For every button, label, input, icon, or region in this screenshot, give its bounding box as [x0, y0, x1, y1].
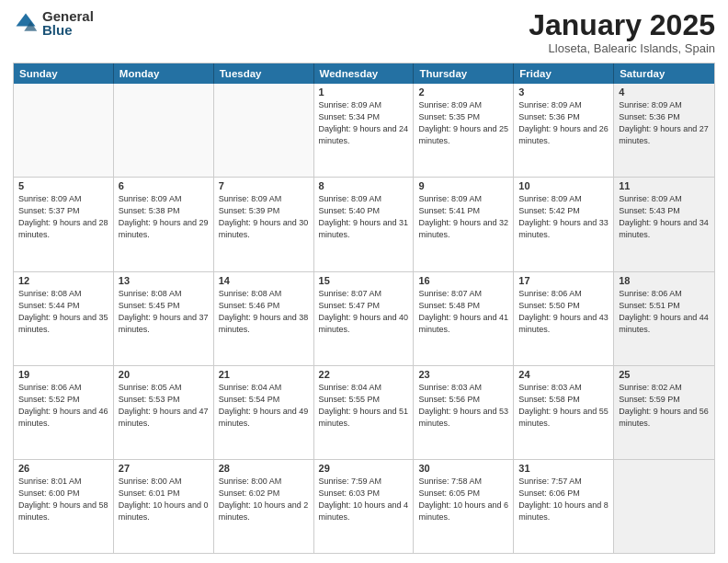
header-day-sunday: Sunday: [14, 63, 114, 84]
day-number: 31: [518, 463, 609, 474]
day-number: 24: [518, 369, 609, 380]
day-17: 17Sunrise: 8:06 AM Sunset: 5:50 PM Dayli…: [514, 272, 614, 365]
day-info: Sunrise: 7:59 AM Sunset: 6:03 PM Dayligh…: [319, 476, 409, 523]
day-11: 11Sunrise: 8:09 AM Sunset: 5:43 PM Dayli…: [614, 178, 714, 270]
header: General Blue January 2025 Lloseta, Balea…: [13, 9, 715, 55]
day-number: 26: [18, 463, 108, 474]
empty-cell: [614, 460, 714, 553]
day-2: 2Sunrise: 8:09 AM Sunset: 5:35 PM Daylig…: [414, 84, 514, 177]
day-info: Sunrise: 8:00 AM Sunset: 6:01 PM Dayligh…: [119, 476, 209, 523]
day-number: 27: [119, 463, 209, 474]
header-day-tuesday: Tuesday: [214, 63, 314, 84]
header-day-wednesday: Wednesday: [314, 63, 415, 84]
day-number: 23: [418, 369, 508, 380]
day-26: 26Sunrise: 8:01 AM Sunset: 6:00 PM Dayli…: [14, 460, 114, 553]
day-number: 13: [119, 275, 209, 286]
day-info: Sunrise: 7:57 AM Sunset: 6:06 PM Dayligh…: [518, 476, 609, 523]
day-info: Sunrise: 8:08 AM Sunset: 5:46 PM Dayligh…: [219, 288, 309, 336]
header-day-thursday: Thursday: [414, 63, 514, 84]
subtitle: Lloseta, Balearic Islands, Spain: [529, 41, 715, 55]
day-29: 29Sunrise: 7:59 AM Sunset: 6:03 PM Dayli…: [314, 460, 415, 553]
logo-blue: Blue: [42, 23, 94, 37]
day-6: 6Sunrise: 8:09 AM Sunset: 5:38 PM Daylig…: [114, 178, 214, 270]
day-8: 8Sunrise: 8:09 AM Sunset: 5:40 PM Daylig…: [314, 178, 415, 270]
calendar-header: SundayMondayTuesdayWednesdayThursdayFrid…: [14, 63, 714, 84]
day-25: 25Sunrise: 8:02 AM Sunset: 5:59 PM Dayli…: [614, 366, 714, 459]
day-info: Sunrise: 8:06 AM Sunset: 5:50 PM Dayligh…: [518, 288, 609, 336]
day-number: 11: [619, 180, 710, 191]
day-3: 3Sunrise: 8:09 AM Sunset: 5:36 PM Daylig…: [514, 84, 614, 177]
day-31: 31Sunrise: 7:57 AM Sunset: 6:06 PM Dayli…: [514, 460, 614, 553]
day-info: Sunrise: 8:09 AM Sunset: 5:40 PM Dayligh…: [319, 193, 409, 241]
day-info: Sunrise: 8:09 AM Sunset: 5:36 PM Dayligh…: [619, 99, 710, 147]
day-number: 3: [518, 86, 609, 98]
day-number: 14: [219, 275, 309, 286]
day-info: Sunrise: 8:09 AM Sunset: 5:35 PM Dayligh…: [418, 99, 508, 147]
day-number: 6: [119, 180, 209, 191]
day-info: Sunrise: 8:04 AM Sunset: 5:55 PM Dayligh…: [319, 382, 409, 430]
calendar-body: 1Sunrise: 8:09 AM Sunset: 5:34 PM Daylig…: [14, 84, 714, 553]
day-18: 18Sunrise: 8:06 AM Sunset: 5:51 PM Dayli…: [614, 272, 714, 365]
day-9: 9Sunrise: 8:09 AM Sunset: 5:41 PM Daylig…: [414, 178, 514, 270]
day-info: Sunrise: 8:06 AM Sunset: 5:52 PM Dayligh…: [18, 382, 108, 430]
day-info: Sunrise: 8:02 AM Sunset: 5:59 PM Dayligh…: [619, 382, 710, 430]
day-info: Sunrise: 8:06 AM Sunset: 5:51 PM Dayligh…: [619, 288, 710, 336]
day-number: 9: [418, 180, 508, 191]
calendar-row-4: 19Sunrise: 8:06 AM Sunset: 5:52 PM Dayli…: [14, 365, 714, 459]
day-10: 10Sunrise: 8:09 AM Sunset: 5:42 PM Dayli…: [514, 178, 614, 270]
day-number: 1: [319, 86, 409, 98]
day-number: 19: [18, 369, 108, 380]
day-27: 27Sunrise: 8:00 AM Sunset: 6:01 PM Dayli…: [114, 460, 214, 553]
day-info: Sunrise: 8:09 AM Sunset: 5:42 PM Dayligh…: [518, 193, 609, 241]
day-info: Sunrise: 8:07 AM Sunset: 5:47 PM Dayligh…: [319, 288, 409, 336]
day-number: 7: [219, 180, 309, 191]
day-number: 30: [418, 463, 508, 474]
day-23: 23Sunrise: 8:03 AM Sunset: 5:56 PM Dayli…: [414, 366, 514, 459]
header-day-monday: Monday: [114, 63, 214, 84]
day-number: 4: [619, 86, 710, 98]
day-number: 16: [418, 275, 508, 286]
day-16: 16Sunrise: 8:07 AM Sunset: 5:48 PM Dayli…: [414, 272, 514, 365]
day-19: 19Sunrise: 8:06 AM Sunset: 5:52 PM Dayli…: [14, 366, 114, 459]
day-number: 18: [619, 275, 710, 286]
calendar-row-2: 5Sunrise: 8:09 AM Sunset: 5:37 PM Daylig…: [14, 177, 714, 270]
logo-general: General: [42, 9, 94, 23]
day-info: Sunrise: 8:09 AM Sunset: 5:43 PM Dayligh…: [619, 193, 710, 241]
page: General Blue January 2025 Lloseta, Balea…: [0, 0, 728, 563]
day-number: 25: [619, 369, 710, 380]
empty-cell: [114, 84, 214, 177]
day-number: 21: [219, 369, 309, 380]
day-7: 7Sunrise: 8:09 AM Sunset: 5:39 PM Daylig…: [214, 178, 314, 270]
month-title: January 2025: [529, 9, 715, 41]
empty-cell: [14, 84, 114, 177]
day-info: Sunrise: 8:09 AM Sunset: 5:37 PM Dayligh…: [18, 193, 108, 241]
day-info: Sunrise: 8:09 AM Sunset: 5:39 PM Dayligh…: [219, 193, 309, 241]
day-12: 12Sunrise: 8:08 AM Sunset: 5:44 PM Dayli…: [14, 272, 114, 365]
day-5: 5Sunrise: 8:09 AM Sunset: 5:37 PM Daylig…: [14, 178, 114, 270]
day-15: 15Sunrise: 8:07 AM Sunset: 5:47 PM Dayli…: [314, 272, 415, 365]
day-info: Sunrise: 8:08 AM Sunset: 5:45 PM Dayligh…: [119, 288, 209, 336]
logo-text: General Blue: [42, 9, 94, 37]
day-info: Sunrise: 8:08 AM Sunset: 5:44 PM Dayligh…: [18, 288, 108, 336]
day-info: Sunrise: 8:09 AM Sunset: 5:36 PM Dayligh…: [518, 99, 609, 147]
empty-cell: [214, 84, 314, 177]
logo-icon: [13, 10, 39, 36]
calendar-row-1: 1Sunrise: 8:09 AM Sunset: 5:34 PM Daylig…: [14, 84, 714, 177]
day-28: 28Sunrise: 8:00 AM Sunset: 6:02 PM Dayli…: [214, 460, 314, 553]
day-info: Sunrise: 8:03 AM Sunset: 5:56 PM Dayligh…: [418, 382, 508, 430]
header-day-saturday: Saturday: [614, 63, 714, 84]
day-number: 28: [219, 463, 309, 474]
day-number: 5: [18, 180, 108, 191]
day-number: 20: [119, 369, 209, 380]
calendar-row-3: 12Sunrise: 8:08 AM Sunset: 5:44 PM Dayli…: [14, 271, 714, 365]
day-info: Sunrise: 8:07 AM Sunset: 5:48 PM Dayligh…: [418, 288, 508, 336]
day-info: Sunrise: 8:01 AM Sunset: 6:00 PM Dayligh…: [18, 476, 108, 523]
day-info: Sunrise: 8:05 AM Sunset: 5:53 PM Dayligh…: [119, 382, 209, 430]
header-day-friday: Friday: [514, 63, 614, 84]
day-21: 21Sunrise: 8:04 AM Sunset: 5:54 PM Dayli…: [214, 366, 314, 459]
day-13: 13Sunrise: 8:08 AM Sunset: 5:45 PM Dayli…: [114, 272, 214, 365]
day-number: 15: [319, 275, 409, 286]
day-30: 30Sunrise: 7:58 AM Sunset: 6:05 PM Dayli…: [414, 460, 514, 553]
day-info: Sunrise: 8:09 AM Sunset: 5:41 PM Dayligh…: [418, 193, 508, 241]
day-info: Sunrise: 8:09 AM Sunset: 5:34 PM Dayligh…: [319, 99, 409, 147]
